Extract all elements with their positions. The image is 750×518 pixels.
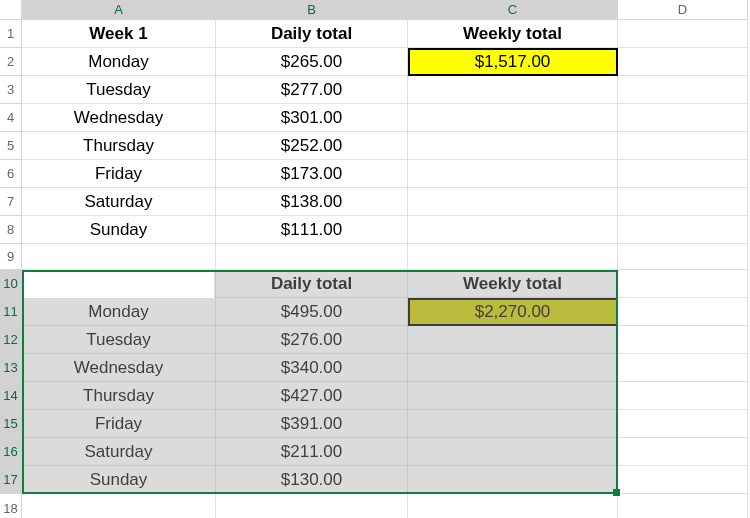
cell-d12[interactable] — [618, 326, 748, 354]
cell-a4[interactable]: Wednesday — [22, 104, 216, 132]
cell-d7[interactable] — [618, 188, 748, 216]
cell-d17[interactable] — [618, 466, 748, 494]
col-header-a[interactable]: A — [22, 0, 216, 20]
cell-b15[interactable]: $391.00 — [216, 410, 408, 438]
cell-a6[interactable]: Friday — [22, 160, 216, 188]
row-header-13[interactable]: 13 — [0, 354, 22, 382]
cell-b10[interactable]: Daily total — [216, 270, 408, 298]
cell-d9[interactable] — [618, 244, 748, 270]
row-header-14[interactable]: 14 — [0, 382, 22, 410]
cell-a15[interactable]: Friday — [22, 410, 216, 438]
cell-d2[interactable] — [618, 48, 748, 76]
cell-c18[interactable] — [408, 494, 618, 518]
row-header-12[interactable]: 12 — [0, 326, 22, 354]
cell-b2[interactable]: $265.00 — [216, 48, 408, 76]
cell-b9[interactable] — [216, 244, 408, 270]
cell-d13[interactable] — [618, 354, 748, 382]
cell-c1[interactable]: Weekly total — [408, 20, 618, 48]
cell-b11[interactable]: $495.00 — [216, 298, 408, 326]
cell-a13[interactable]: Wednesday — [22, 354, 216, 382]
cell-c11-weekly-total[interactable]: $2,270.00 — [408, 298, 618, 326]
cell-b12[interactable]: $276.00 — [216, 326, 408, 354]
row-header-16[interactable]: 16 — [0, 438, 22, 466]
cell-c17[interactable] — [408, 466, 618, 494]
active-cell-overlay — [24, 272, 214, 298]
cell-d5[interactable] — [618, 132, 748, 160]
cell-c16[interactable] — [408, 438, 618, 466]
cell-c5[interactable] — [408, 132, 618, 160]
cell-a1[interactable]: Week 1 — [22, 20, 216, 48]
row-header-5[interactable]: 5 — [0, 132, 22, 160]
cell-d4[interactable] — [618, 104, 748, 132]
row-header-4[interactable]: 4 — [0, 104, 22, 132]
cell-d6[interactable] — [618, 160, 748, 188]
row-header-8[interactable]: 8 — [0, 216, 22, 244]
row-header-17[interactable]: 17 — [0, 466, 22, 494]
cell-a11[interactable]: Monday — [22, 298, 216, 326]
cell-b16[interactable]: $211.00 — [216, 438, 408, 466]
cell-a2[interactable]: Monday — [22, 48, 216, 76]
row-header-3[interactable]: 3 — [0, 76, 22, 104]
cell-b3[interactable]: $277.00 — [216, 76, 408, 104]
select-all-corner[interactable] — [0, 0, 22, 20]
cell-d11[interactable] — [618, 298, 748, 326]
cell-b17[interactable]: $130.00 — [216, 466, 408, 494]
row-header-15[interactable]: 15 — [0, 410, 22, 438]
col-header-d[interactable]: D — [618, 0, 748, 20]
cell-d14[interactable] — [618, 382, 748, 410]
row-header-1[interactable]: 1 — [0, 20, 22, 48]
cell-d3[interactable] — [618, 76, 748, 104]
cell-b7[interactable]: $138.00 — [216, 188, 408, 216]
cell-a14[interactable]: Thursday — [22, 382, 216, 410]
row-header-10[interactable]: 10 — [0, 270, 22, 298]
row-header-9[interactable]: 9 — [0, 244, 22, 270]
cell-a9[interactable] — [22, 244, 216, 270]
cell-b14[interactable]: $427.00 — [216, 382, 408, 410]
cell-b1[interactable]: Daily total — [216, 20, 408, 48]
cell-c9[interactable] — [408, 244, 618, 270]
row-header-18[interactable]: 18 — [0, 494, 22, 518]
cell-d18[interactable] — [618, 494, 748, 518]
col-header-b[interactable]: B — [216, 0, 408, 20]
cell-c13[interactable] — [408, 354, 618, 382]
cell-b8[interactable]: $111.00 — [216, 216, 408, 244]
row-header-7[interactable]: 7 — [0, 188, 22, 216]
cell-b5[interactable]: $252.00 — [216, 132, 408, 160]
cell-a5[interactable]: Thursday — [22, 132, 216, 160]
cell-b4[interactable]: $301.00 — [216, 104, 408, 132]
cell-b13[interactable]: $340.00 — [216, 354, 408, 382]
cell-c8[interactable] — [408, 216, 618, 244]
col-header-c[interactable]: C — [408, 0, 618, 20]
cell-d16[interactable] — [618, 438, 748, 466]
cell-d10[interactable] — [618, 270, 748, 298]
cell-a18[interactable] — [22, 494, 216, 518]
cell-b6[interactable]: $173.00 — [216, 160, 408, 188]
cell-c10[interactable]: Weekly total — [408, 270, 618, 298]
cell-c2-weekly-total[interactable]: $1,517.00 — [408, 48, 618, 76]
cell-d15[interactable] — [618, 410, 748, 438]
cell-a16[interactable]: Saturday — [22, 438, 216, 466]
cell-c3[interactable] — [408, 76, 618, 104]
cell-a17[interactable]: Sunday — [22, 466, 216, 494]
cell-d8[interactable] — [618, 216, 748, 244]
cell-c12[interactable] — [408, 326, 618, 354]
cell-a7[interactable]: Saturday — [22, 188, 216, 216]
cell-c6[interactable] — [408, 160, 618, 188]
cell-a8[interactable]: Sunday — [22, 216, 216, 244]
cell-d1[interactable] — [618, 20, 748, 48]
row-header-11[interactable]: 11 — [0, 298, 22, 326]
cell-c7[interactable] — [408, 188, 618, 216]
cell-c14[interactable] — [408, 382, 618, 410]
cell-b18[interactable] — [216, 494, 408, 518]
row-header-2[interactable]: 2 — [0, 48, 22, 76]
cell-c15[interactable] — [408, 410, 618, 438]
spreadsheet-grid[interactable]: A B C D 1 Week 1 Daily total Weekly tota… — [0, 0, 750, 518]
cell-c4[interactable] — [408, 104, 618, 132]
cell-a3[interactable]: Tuesday — [22, 76, 216, 104]
cell-a12[interactable]: Tuesday — [22, 326, 216, 354]
row-header-6[interactable]: 6 — [0, 160, 22, 188]
